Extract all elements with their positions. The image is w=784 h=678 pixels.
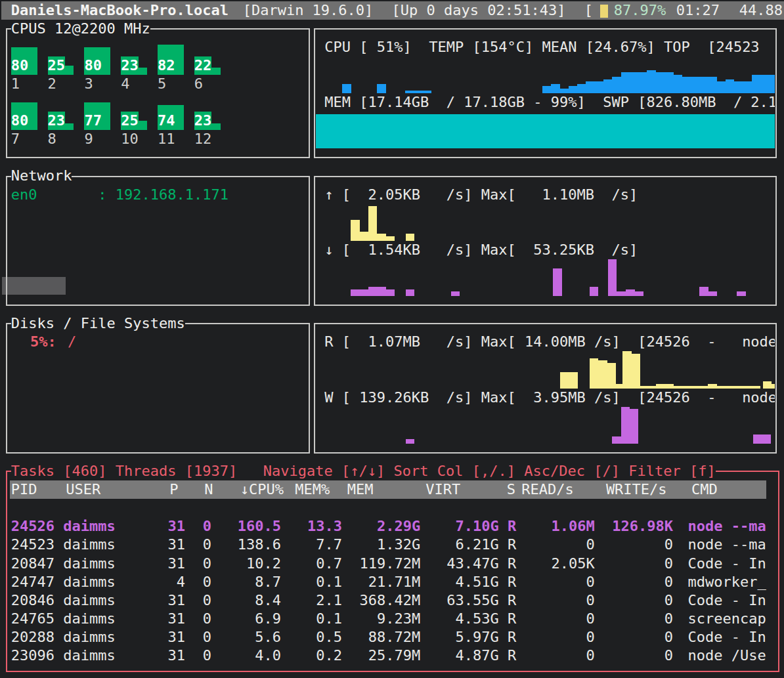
cpu-history-bar: [699, 77, 708, 93]
cpu-core-percent: 23: [121, 56, 139, 75]
task-cell-user: daimms: [63, 628, 115, 646]
disk-read-history-bar: [622, 351, 632, 388]
cpu-core-percent: 74: [158, 112, 175, 130]
task-cell-n: 0: [203, 610, 211, 628]
task-cell-read: 0: [586, 646, 594, 665]
disk-read-history-chart: [316, 350, 775, 389]
task-cell-n: 0: [203, 517, 211, 536]
task-cell-mem: 119.72M: [360, 555, 421, 573]
cpu-history-bar: [603, 79, 613, 93]
task-cell-user: daimms: [63, 536, 115, 554]
task-row[interactable]: 24523daimms310138.67.71.32G6.21GR00node …: [0, 536, 784, 554]
task-cell-virt: 63.55G: [446, 591, 498, 610]
task-cell-write: 0: [664, 610, 673, 628]
task-cell-cpu: 160.5: [238, 517, 281, 536]
mem-stats-line: MEM [17.14GB / 17.18GB - 99%] SWP [826.8…: [0, 93, 784, 112]
cpu-stats: CPU [ 51%] TEMP [154°C] MEAN [24.67%] TO…: [324, 38, 775, 56]
disks-title: Disks / File Systems: [11, 314, 185, 333]
battery-percent: 87.97%: [614, 1, 666, 20]
task-cell-memp: 0.5: [316, 628, 342, 646]
task-cell-write: 0: [664, 591, 673, 610]
task-cell-p: 31: [168, 536, 186, 554]
task-cell-mem: 25.79M: [368, 646, 420, 665]
task-cell-cmd: mdworker_: [688, 573, 766, 591]
task-cell-mem: 1.32G: [377, 536, 420, 554]
tasks-header-cpu[interactable]: ↓CPU%: [240, 480, 284, 499]
tasks-header-cmd[interactable]: CMD: [691, 480, 718, 499]
tasks-header-pid[interactable]: PID: [11, 480, 37, 499]
task-cell-cmd: Code - In: [688, 555, 766, 573]
cpu-history-bar: [726, 79, 735, 93]
net-up-history-bar: [406, 234, 415, 241]
task-cell-write: 0: [664, 628, 673, 646]
net-up-history-bar: [351, 220, 360, 241]
task-cell-read: 0: [586, 610, 594, 628]
net-down-history-bar: [377, 287, 386, 296]
net-down-history-bar: [617, 291, 626, 296]
net-up-history-bar: [377, 234, 386, 241]
disk-read-history-bar: [763, 381, 772, 389]
task-row[interactable]: 23096daimms3104.00.225.79M4.87GR00node /…: [0, 646, 784, 665]
cpu-history-bar: [569, 86, 578, 93]
task-cell-cmd: node --ma: [688, 536, 766, 554]
disk-usage-line: 5%:/R [ 1.07MB /s] Max[ 14.00MB /s] [245…: [0, 333, 784, 351]
tasks-header-s[interactable]: S: [507, 480, 515, 499]
cpu-history-bar: [691, 77, 700, 93]
tasks-header-reads[interactable]: READ/s: [521, 480, 573, 499]
tasks-header-p[interactable]: P: [169, 480, 178, 499]
task-row[interactable]: 20847daimms31010.20.7119.72M43.47GR2.05K…: [0, 555, 784, 573]
task-cell-memp: 0.1: [316, 573, 342, 591]
task-row[interactable]: 24747daimms408.70.121.71M4.51GR00mdworke…: [0, 573, 784, 591]
cpu-history-bar: [586, 81, 595, 93]
net-down-history-bar: [351, 289, 360, 297]
task-cell-n: 0: [203, 536, 211, 554]
task-row[interactable]: 20846daimms3108.42.1368.42M63.55GR00Code…: [0, 591, 784, 610]
task-cell-s: R: [508, 555, 516, 573]
battery-time: 01:27: [676, 1, 720, 20]
task-cell-s: R: [508, 646, 516, 665]
task-cell-mem: 368.42M: [360, 591, 421, 610]
task-cell-virt: 6.21G: [455, 536, 498, 554]
os-version: [Darwin 19.6.0]: [243, 1, 374, 20]
task-cell-p: 4: [177, 573, 185, 591]
cpu-history-bar: [560, 89, 569, 93]
top-bar: Daniels-MacBook-Pro.local[Darwin 19.6.0]…: [0, 1, 784, 20]
task-cell-read: 1.06M: [551, 517, 594, 536]
net-down-history-bar: [626, 289, 635, 297]
task-cell-pid: 24526: [11, 517, 54, 536]
net-up-history-bar: [360, 232, 369, 241]
task-cell-pid: 24765: [11, 610, 54, 628]
disk-write-history-bar: [621, 407, 630, 444]
task-row[interactable]: 24526daimms310160.513.32.29G7.10GR1.06M1…: [0, 517, 784, 536]
disk-write-history-bar: [612, 436, 621, 444]
task-row[interactable]: 24765daimms3106.90.19.23M4.53GR00screenc…: [0, 610, 784, 628]
disk-read-history-bar: [664, 384, 674, 389]
terminal-screen: 801252803234825226807238779251074112312 …: [0, 0, 784, 678]
tasks-header-user[interactable]: USER: [66, 480, 100, 499]
tasks-header-virt[interactable]: VIRT: [425, 480, 460, 499]
disk-write-history-bar: [762, 434, 771, 444]
tasks-header-mem[interactable]: MEM: [347, 480, 374, 499]
tasks-header-row: PIDUSERPN↓CPU%MEM%MEMVIRTSREAD/sWRITE/sC…: [0, 480, 784, 499]
cpu-history-bar: [682, 77, 691, 93]
task-cell-cpu: 138.6: [238, 536, 281, 554]
task-cell-p: 31: [168, 591, 186, 610]
tasks-header-n[interactable]: N: [204, 480, 213, 499]
disk-read-history-bar: [590, 358, 599, 389]
net-down-history-bar: [406, 289, 415, 297]
cpu-history-bar: [542, 86, 552, 93]
task-row[interactable]: 20288daimms3105.60.588.72M5.97GR00Code -…: [0, 628, 784, 646]
network-panel-title: Network: [0, 167, 784, 185]
task-cell-virt: 43.47G: [446, 555, 498, 573]
task-cell-cpu: 10.2: [246, 555, 281, 573]
task-cell-p: 31: [168, 555, 186, 573]
battery-bracket: [: [584, 1, 593, 20]
task-cell-memp: 0.2: [316, 646, 342, 665]
disk-read-history-bar: [708, 384, 717, 389]
net-up-history-bar: [368, 206, 378, 241]
net-up-history-chart: [316, 203, 775, 241]
task-cell-cmd: screencap: [688, 610, 766, 628]
tasks-header-mem[interactable]: MEM%: [295, 480, 330, 499]
net-down-history-bar: [385, 289, 395, 297]
tasks-header-writes[interactable]: WRITE/s: [606, 480, 667, 499]
